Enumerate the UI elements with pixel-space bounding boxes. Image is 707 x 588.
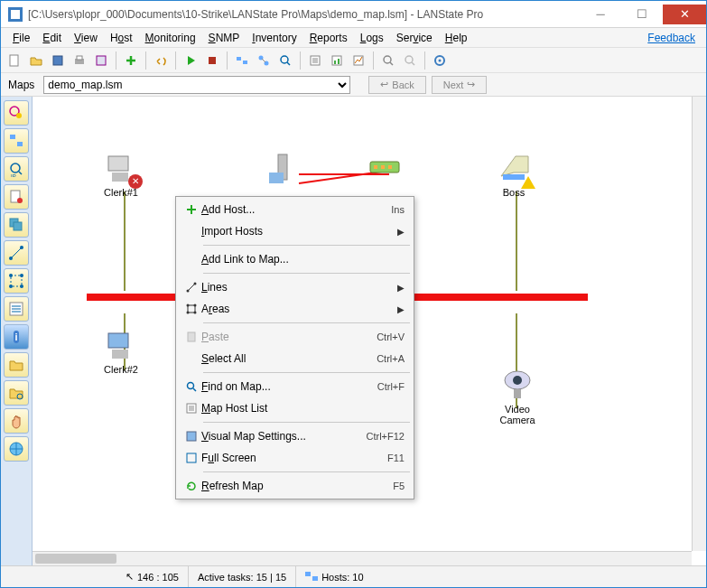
menu-file[interactable]: File — [6, 30, 36, 46]
svg-point-62 — [194, 304, 197, 307]
svg-rect-5 — [77, 56, 82, 60]
svg-rect-34 — [11, 275, 22, 286]
sidebtn-info[interactable]: i — [4, 324, 29, 350]
svg-rect-16 — [338, 59, 340, 64]
svg-rect-49 — [374, 165, 377, 169]
sidebtn-folder-search[interactable] — [4, 380, 29, 406]
ctx-lines[interactable]: Lines▶ — [178, 276, 412, 298]
new-icon[interactable] — [5, 51, 24, 70]
map-canvas[interactable]: Clerk#1 Boss Clerk#2 — [33, 97, 692, 551]
menu-view[interactable]: View — [68, 30, 104, 46]
menu-logs[interactable]: Logs — [354, 30, 390, 46]
ctx-visual-settings[interactable]: Visual Map Settings...Ctrl+F12 — [178, 425, 412, 447]
svg-rect-9 — [243, 61, 247, 64]
sidebtn-hand[interactable] — [4, 408, 29, 434]
svg-text:i: i — [14, 331, 17, 342]
map-selector[interactable]: demo_map.lsm — [43, 76, 350, 94]
svg-rect-60 — [188, 305, 195, 313]
svg-rect-54 — [112, 350, 128, 359]
app-window: [C:\Users\plopr_000\Documents\10-Strike\… — [0, 0, 707, 588]
menu-host[interactable]: Host — [104, 30, 139, 46]
node-clerk2[interactable]: Clerk#2 — [103, 330, 139, 375]
svg-point-37 — [9, 285, 13, 288]
menu-help[interactable]: Help — [439, 30, 474, 46]
sidebtn-windows[interactable] — [4, 212, 29, 238]
svg-rect-65 — [188, 332, 195, 341]
menu-snmp[interactable]: SNMP — [202, 30, 247, 46]
node-clerk1[interactable]: Clerk#1 — [103, 153, 139, 198]
sidebtn-doc[interactable] — [4, 184, 29, 210]
svg-rect-57 — [514, 389, 521, 398]
search-icon[interactable] — [275, 51, 295, 70]
svg-point-56 — [513, 376, 522, 385]
undo-icon[interactable] — [151, 51, 171, 70]
node-server[interactable] — [265, 153, 302, 187]
report-icon[interactable] — [327, 51, 347, 70]
svg-point-61 — [187, 304, 190, 307]
sidebtn-scan[interactable] — [4, 100, 29, 126]
feedback-link[interactable]: Feedback — [647, 32, 701, 44]
scrollbar-vertical[interactable] — [692, 97, 706, 551]
window-buttons: ─ ☐ ✕ — [580, 5, 706, 24]
sidebtn-search-ip[interactable]: IP — [4, 156, 29, 182]
ctx-select-all[interactable]: Select AllCtrl+A — [178, 348, 412, 369]
ctx-hostlist[interactable]: Map Host List — [178, 397, 412, 419]
ctx-add-link[interactable]: Add Link to Map... — [178, 248, 412, 270]
next-button[interactable]: Next↪ — [432, 76, 488, 94]
title-bar: [C:\Users\plopr_000\Documents\10-Strike\… — [1, 1, 706, 28]
sidebtn-list[interactable] — [4, 296, 29, 322]
stop-icon[interactable] — [202, 51, 222, 70]
node-switch[interactable] — [367, 158, 403, 192]
zoom-in-icon[interactable] — [378, 51, 398, 70]
close-button[interactable]: ✕ — [663, 5, 706, 24]
export-icon[interactable] — [91, 51, 111, 70]
ctx-fullscreen[interactable]: Full ScreenF11 — [178, 447, 412, 469]
hosts-icon[interactable] — [232, 51, 252, 70]
status-bar: ↖ 146 : 105 Active tasks: 15 | 15 Hosts:… — [1, 565, 706, 587]
node-camera[interactable]: Video Camera — [486, 369, 549, 425]
chart-icon[interactable] — [349, 51, 368, 70]
ctx-find[interactable]: Find on Map...Ctrl+F — [178, 376, 412, 397]
list-icon[interactable] — [305, 51, 325, 70]
cursor-icon: ↖ — [126, 571, 134, 583]
svg-rect-1 — [11, 10, 20, 19]
play-icon[interactable] — [181, 51, 200, 70]
sidebtn-folder-open[interactable] — [4, 352, 29, 378]
sidebtn-globe[interactable] — [4, 436, 29, 462]
svg-rect-6 — [97, 56, 106, 65]
svg-rect-3 — [53, 56, 62, 65]
ctx-areas[interactable]: Areas▶ — [178, 298, 412, 320]
maximize-button[interactable]: ☐ — [621, 5, 663, 24]
svg-rect-31 — [14, 222, 22, 230]
svg-point-63 — [187, 312, 190, 314]
svg-rect-50 — [381, 165, 385, 169]
ctx-add-host[interactable]: Add Host...Ins — [178, 199, 412, 220]
node-boss[interactable]: Boss — [496, 153, 532, 198]
svg-rect-14 — [332, 56, 341, 65]
menu-monitoring[interactable]: Monitoring — [139, 30, 202, 46]
menu-service[interactable]: Service — [390, 30, 439, 46]
svg-rect-47 — [269, 173, 284, 183]
network-icon[interactable] — [254, 51, 274, 70]
ctx-refresh[interactable]: Refresh MapF5 — [178, 475, 412, 497]
settings-icon[interactable] — [430, 51, 450, 70]
sidebtn-line[interactable] — [4, 240, 29, 266]
zoom-out-icon[interactable] — [400, 51, 420, 70]
add-icon[interactable] — [121, 51, 141, 70]
status-cursor: ↖ 146 : 105 — [116, 566, 189, 587]
sidebtn-area[interactable] — [4, 268, 29, 294]
maps-row: Maps demo_map.lsm ↩Back Next↪ — [1, 73, 706, 97]
back-button[interactable]: ↩Back — [368, 76, 425, 94]
svg-text:IP: IP — [11, 173, 16, 177]
menu-reports[interactable]: Reports — [303, 30, 354, 46]
sidebtn-hosts[interactable] — [4, 128, 29, 154]
ctx-import-hosts[interactable]: Import Hosts▶ — [178, 220, 412, 242]
menu-edit[interactable]: Edit — [36, 30, 68, 46]
svg-rect-53 — [108, 333, 128, 348]
save-icon[interactable] — [48, 51, 68, 70]
menu-inventory[interactable]: Inventory — [246, 30, 302, 46]
minimize-button[interactable]: ─ — [580, 5, 621, 24]
print-icon[interactable] — [70, 51, 89, 70]
scrollbar-horizontal[interactable] — [33, 551, 692, 565]
open-icon[interactable] — [26, 51, 46, 70]
